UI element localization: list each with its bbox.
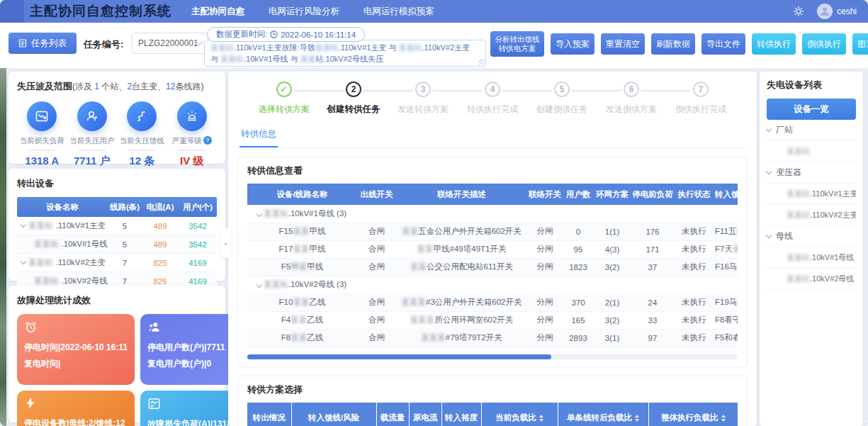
transfer-out-title: 转出设备 — [17, 177, 217, 190]
back-feed-execute-button[interactable]: 倒供执行 — [802, 33, 846, 55]
tree-section-station[interactable]: 厂站 — [767, 120, 856, 141]
gear-icon[interactable] — [793, 6, 804, 17]
feeder-line-icon — [135, 109, 149, 123]
import-plan-button[interactable]: 导入预案 — [551, 33, 594, 55]
user-menu[interactable]: ceshi — [817, 4, 857, 19]
chart-decline-icon — [35, 109, 49, 123]
tree-item-busbar-1[interactable]: 某某站.10kV#1母线 — [767, 247, 856, 269]
tab-bar: 转供信息 — [239, 125, 745, 148]
toolbar: 任务列表 任务编号: PLZG22000001 数据更新时间: 2022-06-… — [0, 23, 868, 68]
refresh-data-button[interactable]: 刷新数据 — [651, 33, 695, 55]
scrollbar-thumb[interactable] — [247, 354, 551, 359]
sort-icon[interactable] — [539, 415, 543, 422]
data-update-time: 数据更新时间: 2022-06-10 16:11:14 — [207, 27, 365, 42]
load-meter-icon — [147, 397, 161, 410]
caret-down-icon[interactable] — [257, 211, 262, 217]
process-stepper: ✓选择转供方案 2创建转供任务 3发送转供方案 4转供执行完成 5创建倒供任务 … — [228, 72, 757, 116]
app-title: 主配协同自愈控制系统 — [30, 2, 171, 21]
table-row[interactable]: F5网某甲线 合闸 某某公交公用配电站611开关 分闸 1823 3(2) 37… — [247, 258, 738, 276]
step-send-plan: 3发送转供方案 — [388, 82, 458, 116]
table-row[interactable]: F8某某乙线 合闸 某某某#79塔79T2开关 分闸 2893 3(1) 97 … — [247, 329, 738, 347]
table-row[interactable]: F10某某乙线 合闸 某某某#3公用户外开关箱602开关 分闸 370 2(1)… — [247, 293, 738, 311]
sort-icon[interactable] — [721, 415, 726, 422]
stat-lost-feeders: 当前失压馈线 12 条 — [117, 101, 167, 168]
caret-down-icon[interactable] — [257, 282, 262, 288]
table-row[interactable]: F17某某甲线 合闸 某某甲线#49塔49T1开关 分闸 95 4(3) 171… — [247, 240, 738, 258]
export-file-button[interactable]: 导出文件 — [701, 33, 745, 55]
resize-grip[interactable] — [479, 60, 485, 65]
outage-time-card: 停电时间|2022-06-10 16:11 复电时间| — [17, 314, 135, 385]
step-select-plan: ✓选择转供方案 — [249, 82, 319, 116]
center-panel: ✓选择转供方案 2创建转供任务 3发送转供方案 4转供执行完成 5创建倒供任务 … — [228, 72, 757, 426]
task-list-button[interactable]: 任务列表 — [9, 33, 77, 54]
tree-item-transformer-1[interactable]: 某某站.110kV#1主变 — [767, 184, 856, 205]
app-window: 主配协同自愈控制系统 主配协同自愈 电网运行风险分析 电网运行模拟预案 — [0, 0, 868, 426]
impact-scope-card: 失压波及范围(涉及 1 个站、2台主变、12条线路) 当前损失负荷 1318 A… — [9, 72, 225, 164]
top-nav: 主配协同自愈 电网运行风险分析 电网运行模拟预案 — [191, 6, 434, 18]
tree-section-busbar[interactable]: 母线 — [767, 226, 856, 247]
transfer-plan-select-title: 转供方案选择 — [247, 383, 738, 396]
transfer-info-view-card: 转供信息查看 设备/线路名称出线开关联络开关描述联络开关用户数环网方案停电前负荷… — [238, 157, 747, 367]
alarm-clock-icon — [24, 320, 38, 334]
table-row[interactable]: F4某某乙线 合闸 某某某所公用环网室602开关 分闸 165 3(2) 33 … — [247, 311, 738, 329]
redacted-text: 某某站 — [399, 43, 422, 52]
caret-down-icon[interactable] — [21, 222, 26, 228]
tree-section-transformer[interactable]: 变压器 — [767, 162, 856, 184]
tree-item-transformer-2[interactable]: 某某站.110kV#2主变 — [767, 205, 856, 226]
logo-block — [0, 0, 24, 23]
transfer-info-view-title: 转供信息查看 — [247, 164, 738, 177]
username: ceshi — [837, 6, 857, 16]
alarm-lamp-icon — [185, 109, 199, 123]
nav-item-simulation[interactable]: 电网运行模拟预案 — [363, 6, 434, 18]
task-no-select[interactable]: PLZG22000001 — [132, 33, 208, 54]
analyze-transfer-plan-button[interactable]: 分析转出馈线转供电方案 — [490, 31, 544, 57]
fault-description-input[interactable]: 某某站.110kV#1主变故障:导致某某站.110kV#1主变 与 某某站.11… — [204, 40, 486, 67]
device-overview-header[interactable]: 设备一览 — [767, 99, 856, 120]
transfer-execute-button[interactable]: 转供执行 — [752, 33, 796, 55]
transfer-out-devices-card: 转出设备 设备名称 线路(条) 电流(A) 用户(个) 某某站.110kV#1主… — [9, 169, 225, 281]
nav-item-risk-analysis[interactable]: 电网运行风险分析 — [269, 6, 339, 18]
transfer-plan-table: 转出情况 转入馈线/风险 载流量 原电流 转入裕度 当前负载比 单条线转后负载比… — [247, 403, 738, 426]
horizontal-scrollbar[interactable] — [247, 354, 738, 359]
fault-load-card: 故障损失负荷(A)|1318 故障恢复负荷(A)|0 — [140, 391, 239, 426]
fault-stats-card: 故障处理统计成效 停电时间|2022-06-10 16:11 复电时间| 停电用… — [9, 286, 225, 422]
collapse-left-panel-button[interactable]: ‹ — [221, 228, 230, 258]
redacted-text: 某某站 — [315, 43, 339, 52]
caret-down-icon — [766, 126, 772, 132]
step-create-backfeed-task: 5创建倒供任务 — [527, 82, 597, 116]
step-backfeed-done: 7倒供执行完成 — [666, 82, 735, 116]
graphic-analysis-button[interactable]: 图形分析 — [852, 33, 868, 55]
sort-icon[interactable] — [635, 415, 639, 422]
table-row[interactable]: 某某站.110kV#2主变 7 825 4169 — [17, 254, 217, 272]
nav-item-self-heal[interactable]: 主配协同自愈 — [191, 6, 244, 18]
stat-lost-load: 当前损失负荷 1318 A — [17, 101, 67, 168]
table-row[interactable]: 某某站.10kV#1母线 5 489 3542 — [17, 235, 217, 254]
step-transfer-done: 4转供执行完成 — [458, 82, 527, 116]
users-icon — [147, 320, 161, 334]
caret-down-icon — [766, 232, 772, 238]
lost-power-device-panel: 失电设备列表 设备一览 厂站 某某站 变压器 某某站.110kV#1主变 某某站… — [760, 72, 863, 426]
task-no-label: 任务编号: — [84, 38, 123, 51]
tree-item-station[interactable]: 某某站 — [767, 141, 856, 162]
device-list-title: 失电设备列表 — [767, 79, 856, 91]
table-row[interactable]: 某某站.110kV#1主变 5 489 3542 — [17, 217, 217, 235]
tab-transfer-info[interactable]: 转供信息 — [239, 125, 278, 147]
group-row[interactable]: 某某站.10kV#2母线 (3) — [247, 276, 738, 293]
stat-severity: 严重等级? IV 级 — [167, 101, 218, 168]
person-icon — [819, 6, 830, 17]
clock-icon — [270, 30, 278, 38]
avatar — [817, 4, 833, 19]
transfer-out-table: 设备名称 线路(条) 电流(A) 用户(个) 某某站.110kV#1主变 5 4… — [17, 197, 217, 291]
step-create-task: 2创建转供任务 — [319, 82, 388, 116]
help-icon[interactable]: ? — [203, 136, 212, 145]
user-icon — [85, 109, 99, 123]
outage-users-card: 停电用户数(户)|7711 复电用户数(户)|0 — [140, 314, 239, 385]
tree-item-busbar-2[interactable]: 某某站.10kV#2母线 — [767, 269, 856, 290]
reset-clear-button[interactable]: 重置清空 — [601, 33, 645, 55]
table-row[interactable]: F15某某甲线 合闸 某某五金公用户外开关箱602开关 分闸 0 1(1) 17… — [247, 223, 738, 240]
redacted-text: 某某站 — [220, 55, 244, 63]
impact-title: 失压波及范围(涉及 1 个站、2台主变、12条线路) — [17, 80, 217, 93]
group-row[interactable]: 某某站.10kV#1母线 (3) — [247, 205, 738, 223]
caret-down-icon[interactable] — [21, 259, 26, 264]
step-send-backfeed-plan: 6发送倒供方案 — [597, 82, 666, 116]
